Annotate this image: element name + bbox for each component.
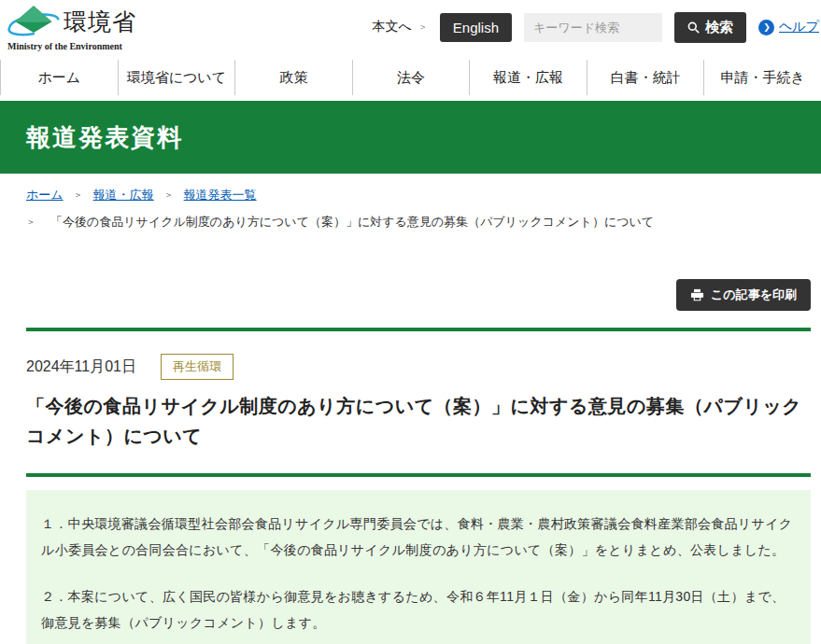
breadcrumb-current-page: 「今後の食品リサイクル制度のあり方について（案）」に対する意見の募集（パブリック… (50, 214, 654, 231)
article-meta: 2024年11月01日 再生循環 (26, 354, 811, 380)
english-button[interactable]: English (440, 13, 512, 42)
breadcrumb-link-home[interactable]: ホーム (26, 187, 64, 203)
article-toolbar: この記事を印刷 (0, 279, 811, 311)
global-nav: ホーム 環境省について 政策 法令 報道・広報 白書・統計 申請・手続き (0, 54, 821, 101)
nav-item-laws[interactable]: 法令 (352, 60, 470, 95)
print-button-label: この記事を印刷 (711, 287, 797, 303)
article-title: 「今後の食品リサイクル制度のあり方について（案）」に対する意見の募集（パブリック… (26, 391, 811, 451)
article-summary-box: １．中央環境審議会循環型社会部会食品リサイクル専門委員会では、食料・農業・農村政… (26, 490, 811, 644)
help-link[interactable]: ❯ ヘルプ (758, 19, 819, 35)
print-article-button[interactable]: この記事を印刷 (676, 279, 811, 311)
breadcrumb-link-press-list[interactable]: 報道発表一覧 (184, 187, 257, 203)
nav-item-whitepaper[interactable]: 白書・統計 (587, 60, 704, 95)
help-circle-icon: ❯ (758, 20, 774, 35)
header-utilities: 本文へ ＞ English 検索 ❯ ヘルプ (372, 12, 819, 43)
category-badge: 再生循環 (161, 354, 234, 380)
breadcrumb-link-press[interactable]: 報道・広報 (93, 187, 154, 203)
breadcrumb-separator-icon: ＞ (26, 216, 35, 229)
skip-to-content-link[interactable]: 本文へ ＞ (372, 19, 427, 35)
search-button-label: 検索 (705, 19, 733, 36)
page-title: 報道発表資料 (26, 121, 183, 154)
skip-link-label: 本文へ (372, 19, 411, 35)
search-input[interactable] (524, 13, 662, 42)
summary-paragraph-2: ２．本案について、広く国民の皆様から御意見をお聴きするため、令和６年11月１日（… (41, 583, 796, 636)
nav-item-policy[interactable]: 政策 (234, 60, 352, 95)
nav-item-press[interactable]: 報道・広報 (469, 60, 587, 95)
logo-subtitle: Ministry of the Environment (7, 42, 136, 51)
ministry-logo-icon (7, 4, 60, 41)
breadcrumb: ホーム ＞ 報道・広報 ＞ 報道発表一覧 ＞ 「今後の食品リサイクル制度のあり方… (26, 187, 812, 231)
chevron-right-icon: ＞ (418, 21, 428, 34)
nav-item-about[interactable]: 環境省について (118, 60, 235, 95)
page-banner: 報道発表資料 (0, 101, 821, 174)
logo-title: 環境省 (64, 10, 136, 34)
breadcrumb-separator-icon: ＞ (164, 189, 174, 202)
divider-rule (26, 328, 811, 331)
article-date: 2024年11月01日 (26, 357, 136, 377)
divider-rule (26, 473, 811, 477)
summary-paragraph-1: １．中央環境審議会循環型社会部会食品リサイクル専門委員会では、食料・農業・農村政… (41, 511, 796, 563)
site-header: 環境省 Ministry of the Environment 本文へ ＞ En… (0, 0, 821, 54)
ministry-logo[interactable]: 環境省 Ministry of the Environment (7, 4, 136, 51)
search-icon (687, 21, 700, 34)
printer-icon (690, 288, 704, 301)
search-button[interactable]: 検索 (674, 12, 746, 43)
help-link-label: ヘルプ (779, 19, 819, 35)
breadcrumb-separator-icon: ＞ (74, 189, 83, 202)
nav-item-procedures[interactable]: 申請・手続き (703, 60, 821, 95)
nav-item-home[interactable]: ホーム (0, 60, 118, 95)
